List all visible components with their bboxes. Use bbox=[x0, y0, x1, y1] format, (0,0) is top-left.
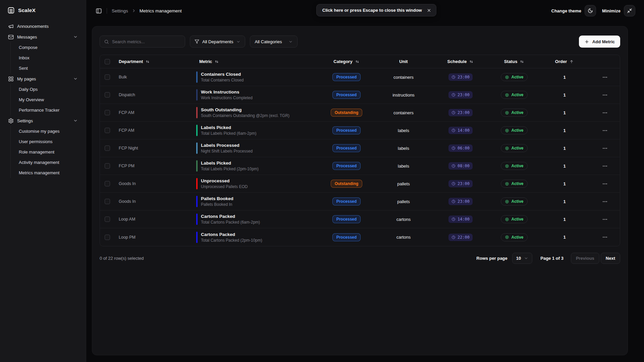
sidebar-item-user-permissions[interactable]: User permissions bbox=[16, 136, 80, 147]
add-metric-button[interactable]: Add Metric bbox=[579, 36, 620, 48]
column-header-order[interactable]: Order bbox=[539, 59, 590, 64]
row-actions-ellipsis-icon[interactable] bbox=[602, 74, 608, 80]
row-department: Goods In bbox=[115, 181, 195, 186]
sidebar-item-customise-my-pages[interactable]: Customise my pages bbox=[16, 126, 80, 136]
column-header-metric[interactable]: Metric bbox=[195, 59, 318, 64]
row-actions-ellipsis-icon[interactable] bbox=[602, 217, 608, 222]
row-checkbox[interactable] bbox=[105, 92, 110, 98]
row-actions-ellipsis-icon[interactable] bbox=[602, 110, 608, 116]
metric-description: Total Cartons Packed (2pm-10pm) bbox=[201, 238, 262, 243]
row-checkbox[interactable] bbox=[105, 181, 110, 186]
status-label: Active bbox=[511, 217, 523, 222]
row-actions-ellipsis-icon[interactable] bbox=[602, 163, 608, 169]
minimize-label: Minimize bbox=[602, 8, 621, 13]
previous-page-button[interactable]: Previous bbox=[571, 253, 599, 264]
table-row[interactable]: BulkContainers ClosedTotal Containers Cl… bbox=[100, 68, 620, 86]
sidebar-item-messages[interactable]: Messages bbox=[5, 32, 80, 42]
column-header-status[interactable]: Status bbox=[489, 59, 539, 64]
sidebar-toggle-icon[interactable] bbox=[96, 8, 102, 14]
row-checkbox[interactable] bbox=[105, 217, 110, 222]
row-actions-ellipsis-icon[interactable] bbox=[602, 234, 608, 240]
row-actions-ellipsis-icon[interactable] bbox=[602, 199, 608, 204]
row-metric-cell: UnprocessedUnprocessed Pallets EOD bbox=[195, 178, 318, 189]
row-checkbox[interactable] bbox=[105, 110, 110, 115]
sidebar-item-metrics-management[interactable]: Metrics management bbox=[16, 168, 80, 178]
sort-arrows-icon bbox=[145, 59, 150, 64]
row-checkbox[interactable] bbox=[105, 74, 110, 80]
row-metric-cell: Pallets BookedPallets Booked In bbox=[195, 196, 318, 207]
row-checkbox[interactable] bbox=[105, 235, 110, 240]
department-filter-dropdown[interactable]: All Departments bbox=[190, 36, 245, 48]
table-row[interactable]: FCP AMLabels PickedTotal Labels Picked (… bbox=[100, 122, 620, 139]
table-row[interactable]: FCP AMSouth OutstandingSouth Containers … bbox=[100, 104, 620, 122]
row-checkbox[interactable] bbox=[105, 128, 110, 133]
sidebar-item-inbox[interactable]: Inbox bbox=[16, 53, 80, 63]
rows-per-page-select[interactable]: 10 bbox=[512, 253, 532, 264]
funnel-icon bbox=[195, 39, 199, 44]
clock-icon bbox=[451, 75, 455, 79]
row-department: FCP PM bbox=[115, 164, 195, 168]
schedule-time: 06:00 bbox=[458, 146, 470, 150]
row-select-cell bbox=[100, 181, 115, 186]
minimize-button[interactable] bbox=[624, 5, 635, 16]
sidebar: ScaleX AnnouncementsMessagesComposeInbox… bbox=[0, 0, 86, 362]
sidebar-item-sent[interactable]: Sent bbox=[16, 63, 80, 73]
status-badge: Active bbox=[501, 126, 527, 134]
row-actions-ellipsis-icon[interactable] bbox=[602, 92, 608, 98]
breadcrumb-settings[interactable]: Settings bbox=[112, 8, 128, 13]
row-actions-ellipsis-icon[interactable] bbox=[602, 128, 608, 133]
row-order: 1 bbox=[539, 128, 590, 133]
sidebar-item-performance-tracker[interactable]: Performance Tracker bbox=[16, 105, 80, 115]
sidebar-item-activity-management[interactable]: Activity management bbox=[16, 157, 80, 168]
sidebar-item-label: Announcements bbox=[17, 24, 49, 29]
metric-title: Work Instructions bbox=[201, 89, 253, 95]
status-label: Active bbox=[511, 199, 523, 204]
row-metric-cell: Work InstructionsWork Instructions Compl… bbox=[195, 89, 318, 101]
category-filter-dropdown[interactable]: All Categories bbox=[250, 36, 298, 48]
select-all-checkbox[interactable] bbox=[105, 59, 110, 64]
sidebar-item-settings[interactable]: Settings bbox=[5, 115, 80, 126]
row-actions-ellipsis-icon[interactable] bbox=[602, 181, 608, 187]
table-row[interactable]: Loop AMCartons PackedTotal Cartons Packe… bbox=[100, 210, 620, 228]
column-header-department[interactable]: Department bbox=[115, 59, 195, 64]
table-row[interactable]: FCP NightLabels ProcessedNight Shift Lab… bbox=[100, 139, 620, 157]
row-department: Dispatch bbox=[115, 93, 195, 97]
row-actions-cell bbox=[590, 145, 620, 151]
next-page-button[interactable]: Next bbox=[601, 253, 620, 264]
metric-text: Labels PickedTotal Labels Picked (2pm-10… bbox=[201, 161, 259, 171]
row-checkbox[interactable] bbox=[105, 199, 110, 204]
change-theme-label: Change theme bbox=[551, 8, 582, 13]
row-actions-ellipsis-icon[interactable] bbox=[602, 145, 608, 151]
close-window-banner[interactable]: Click here or press Escape to close this… bbox=[316, 4, 436, 16]
row-unit: pallets bbox=[375, 181, 432, 186]
category-badge: Processed bbox=[332, 162, 361, 170]
chevron-down-icon bbox=[288, 40, 293, 44]
column-header-schedule[interactable]: Schedule bbox=[432, 59, 489, 64]
status-label: Active bbox=[511, 146, 523, 150]
chevron-right-icon bbox=[131, 8, 136, 13]
row-checkbox[interactable] bbox=[105, 145, 110, 151]
sidebar-item-daily-ops[interactable]: Daily Ops bbox=[16, 84, 80, 95]
schedule-badge: 22:00 bbox=[448, 234, 473, 241]
main-area: Settings Metrics management Click here o… bbox=[86, 0, 644, 362]
sidebar-item-compose[interactable]: Compose bbox=[16, 42, 80, 53]
table-row[interactable]: Goods InPallets BookedPallets Booked InP… bbox=[100, 193, 620, 210]
sort-ascending-icon bbox=[569, 59, 574, 64]
column-header-category[interactable]: Category bbox=[318, 59, 375, 64]
column-header-label: Schedule bbox=[447, 59, 467, 64]
sidebar-item-role-management[interactable]: Role management bbox=[16, 147, 80, 157]
sidebar-item-my-overview[interactable]: My Overview bbox=[16, 95, 80, 105]
close-icon[interactable] bbox=[427, 8, 431, 13]
row-category-cell: Processed bbox=[318, 162, 375, 170]
search-metrics-input[interactable] bbox=[112, 39, 181, 44]
change-theme-button[interactable] bbox=[585, 5, 596, 16]
sidebar-item-my-pages[interactable]: My pages bbox=[5, 73, 80, 84]
sidebar-item-announcements[interactable]: Announcements bbox=[5, 21, 80, 32]
row-checkbox[interactable] bbox=[105, 163, 110, 169]
table-row[interactable]: Loop PMCartons PackedTotal Cartons Packe… bbox=[100, 228, 620, 246]
table-row[interactable]: DispatchWork InstructionsWork Instructio… bbox=[100, 86, 620, 104]
table-row[interactable]: FCP PMLabels PickedTotal Labels Picked (… bbox=[100, 157, 620, 175]
sidebar-nav: AnnouncementsMessagesComposeInboxSentMy … bbox=[5, 21, 80, 178]
status-active-icon bbox=[505, 164, 509, 168]
table-row[interactable]: Goods InUnprocessedUnprocessed Pallets E… bbox=[100, 175, 620, 193]
